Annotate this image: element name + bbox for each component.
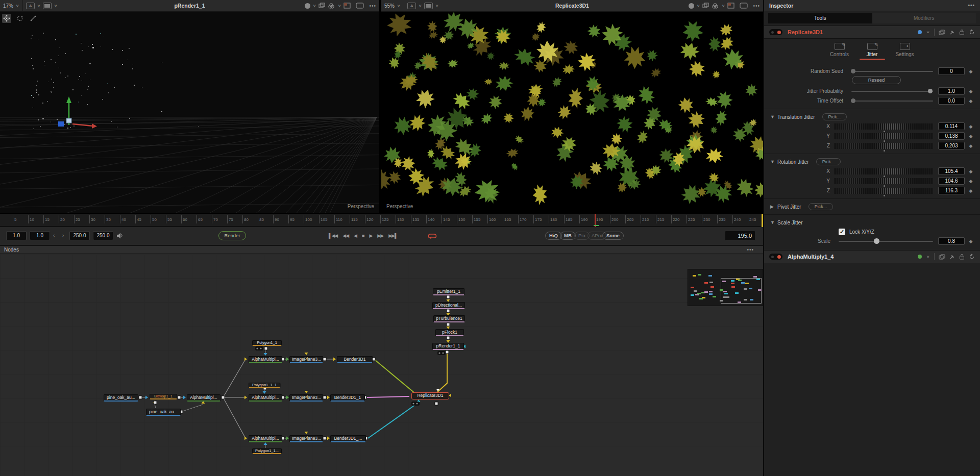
keyframe-icon[interactable]: ◆	[965, 98, 977, 104]
perspective-label-left[interactable]: Perspective	[348, 204, 374, 209]
chevron-down-icon[interactable]: ∨	[397, 4, 400, 7]
graph-node-pflock1[interactable]: pFlock1	[435, 329, 464, 336]
global-end-field[interactable]: 250.0	[93, 231, 113, 240]
split-view-icon[interactable]	[727, 3, 734, 9]
graph-node-pdirectional[interactable]: pDirectional...	[432, 302, 465, 309]
chevron-down-icon[interactable]: ∨	[926, 255, 929, 258]
keyframe-icon[interactable]: ◆	[965, 169, 977, 174]
tab-tools[interactable]: Tools	[768, 13, 872, 23]
scale-slider[interactable]	[839, 241, 933, 242]
fast-reverse-button[interactable]: ◀◀	[342, 231, 349, 240]
axis-value[interactable]: 0.114	[938, 122, 965, 130]
keyframe-icon[interactable]: ◆	[965, 188, 977, 193]
axis-value[interactable]: 105.4	[938, 167, 965, 175]
quality-some-button[interactable]: Some	[602, 232, 624, 240]
jitter-probability-value[interactable]: 1.0	[938, 87, 965, 95]
graph-node-imageplane3[interactable]: ImagePlane3...	[289, 435, 323, 442]
node-enable-toggle[interactable]	[769, 29, 782, 35]
layers-icon[interactable]	[702, 3, 709, 9]
skip-to-end-button[interactable]: ▶▶▌	[388, 231, 397, 240]
reset-icon[interactable]	[969, 254, 975, 260]
graph-node-alphamultipl[interactable]: AlphaMultipl...	[249, 356, 282, 363]
tab-modifiers[interactable]: Modifiers	[872, 13, 976, 23]
range-slider[interactable]	[834, 143, 933, 149]
perspective-label-right[interactable]: Perspective	[386, 204, 413, 209]
global-start-field[interactable]: 1.0	[6, 231, 27, 240]
frame-icon[interactable]	[740, 3, 748, 9]
view-layout-icon[interactable]	[424, 3, 433, 9]
chevron-down-icon[interactable]: ∨	[54, 4, 58, 7]
graph-node-pine_oak_au[interactable]: pine_oak_au...	[146, 409, 181, 416]
graph-node-prender1_1[interactable]: pRender1_1	[432, 343, 464, 350]
node-header-replicate3d1[interactable]: Replicate3D1 ∨	[764, 26, 980, 39]
keyframe-icon[interactable]: ◆	[965, 134, 977, 139]
split-view-icon[interactable]	[344, 3, 351, 9]
frame-icon[interactable]	[356, 3, 364, 9]
keyframe-icon[interactable]: ◆	[965, 179, 977, 184]
step-back-button[interactable]: ‹	[53, 231, 55, 240]
audio-icon[interactable]	[116, 232, 125, 239]
graph-node-imageplane3[interactable]: ImagePlane3...	[289, 394, 323, 402]
section-header-translation-jitter[interactable]: ▼Translation JitterPick...	[764, 112, 980, 121]
range-slider[interactable]	[834, 133, 933, 139]
chevron-down-icon[interactable]: ∨	[697, 4, 700, 7]
zoom-level-right[interactable]: 55%	[384, 3, 395, 9]
jitter-probability-slider[interactable]	[851, 91, 933, 92]
render-button[interactable]: Render	[218, 231, 246, 240]
view-layout-icon[interactable]	[43, 3, 52, 9]
scale-jitter-section-header[interactable]: ▼ Scale Jitter	[764, 218, 980, 227]
graph-node-bitmap1_1[interactable]: Bitmap1_1	[150, 394, 177, 399]
chevron-down-icon[interactable]: ∨	[722, 4, 725, 7]
current-frame-field[interactable]: 195.0	[725, 231, 755, 241]
layers-icon[interactable]	[318, 3, 326, 9]
viewport-menu-icon[interactable]: •••	[753, 3, 760, 9]
keyframe-icon[interactable]: ◆	[965, 124, 977, 129]
keyframe-icon[interactable]: ◆	[965, 89, 977, 94]
chevron-down-icon[interactable]: ∨	[435, 4, 439, 7]
graph-node-polygon1_1_1[interactable]: Polygon1_1_1	[249, 383, 280, 388]
graph-node-alphamultipl[interactable]: AlphaMultipl...	[249, 394, 282, 402]
keyframe-icon[interactable]: ◆	[965, 143, 977, 148]
zoom-control-left[interactable]: 17% ∨	[0, 0, 22, 11]
range-slider[interactable]	[834, 178, 933, 184]
graph-node-alphamultipl[interactable]: AlphaMultipl...	[187, 394, 220, 402]
graph-node-bender3d1[interactable]: Bender3D1	[337, 356, 373, 363]
keyframe-icon[interactable]: ◆	[965, 69, 977, 74]
graph-minimap[interactable]	[688, 269, 763, 306]
chevron-down-icon[interactable]: ∨	[338, 4, 341, 7]
chevron-down-icon[interactable]: ∨	[15, 4, 19, 7]
axis-value[interactable]: 104.6	[938, 177, 965, 185]
channel-circle-icon[interactable]	[305, 3, 310, 9]
pan-tool-icon[interactable]	[2, 14, 11, 23]
buffer-a-icon[interactable]: A	[407, 3, 416, 9]
time-offset-slider[interactable]	[851, 101, 933, 102]
lock-icon[interactable]	[959, 29, 965, 35]
node-enable-toggle[interactable]	[769, 254, 782, 260]
pin-icon[interactable]	[949, 30, 955, 35]
random-seed-slider[interactable]	[851, 71, 933, 72]
scale-value[interactable]: 0.8	[938, 237, 965, 245]
collapse-arrow-icon[interactable]: ▼	[770, 114, 777, 119]
fast-forward-button[interactable]: ▶▶	[377, 231, 383, 240]
lock-icon[interactable]	[959, 254, 965, 260]
reset-icon[interactable]	[969, 29, 975, 35]
node-color-dot[interactable]	[918, 255, 922, 259]
zoom-level-left[interactable]: 17%	[3, 3, 13, 9]
range-slider[interactable]	[834, 123, 933, 130]
copy-icon[interactable]	[939, 254, 945, 260]
time-offset-value[interactable]: 0.0	[938, 97, 965, 105]
scale-tool-icon[interactable]	[29, 14, 38, 23]
inspector-menu-icon[interactable]: •••	[968, 0, 975, 11]
section-header-pivot-jitter[interactable]: ▶Pivot JitterPick...	[764, 202, 980, 211]
channel-circle-icon[interactable]	[689, 3, 694, 9]
subtab-jitter[interactable]: Jitter	[860, 43, 885, 60]
pick-button[interactable]: Pick...	[808, 203, 834, 210]
axis-value[interactable]: 0.203	[938, 142, 965, 149]
quality-hiq-button[interactable]: HiQ	[545, 232, 562, 240]
viewport-menu-icon[interactable]: •••	[369, 3, 376, 9]
axis-value[interactable]: 0.138	[938, 132, 965, 140]
graph-node-polygon1_1[interactable]: Polygon1_1...	[252, 448, 282, 454]
random-seed-value[interactable]: 0	[938, 67, 965, 75]
collapse-arrow-icon[interactable]: ▼	[770, 159, 777, 164]
render-start-field[interactable]: 1.0	[30, 231, 50, 240]
